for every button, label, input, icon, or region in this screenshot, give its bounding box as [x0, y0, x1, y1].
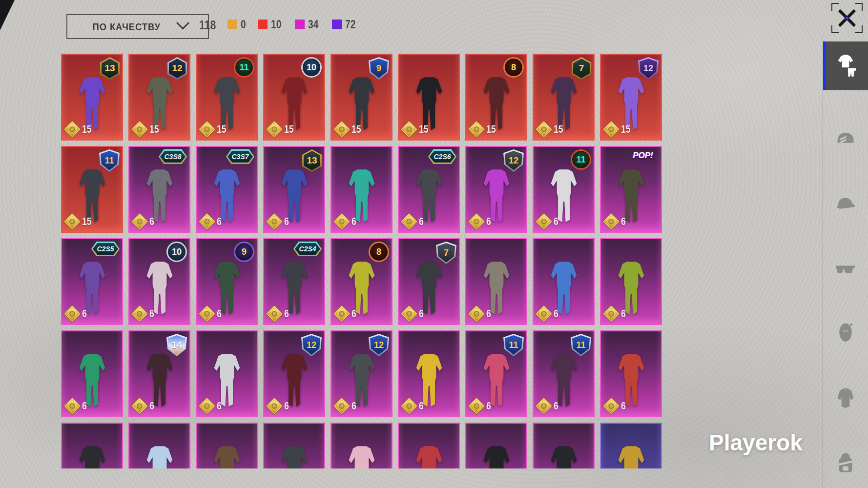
duplicate-count-value: 6 [82, 400, 87, 412]
duplicate-count: 6 [403, 215, 425, 228]
duplicate-count: 6 [537, 307, 559, 320]
item-tile[interactable]: 116 [533, 330, 595, 417]
item-tile[interactable] [263, 423, 325, 468]
close-icon-dot [846, 17, 848, 20]
item-tile[interactable]: 915 [331, 54, 393, 141]
item-tile[interactable]: C3S86 [128, 146, 190, 233]
duplicate-count: 6 [201, 400, 223, 412]
item-tile[interactable]: 715 [533, 54, 595, 141]
item-tile[interactable]: 6 [331, 146, 393, 233]
level-badge-text: 12 [374, 340, 384, 350]
duplicate-count-value: 6 [82, 307, 87, 320]
legend-count: 34 [308, 18, 318, 31]
coin-icon [333, 213, 351, 231]
item-tile[interactable]: C2S46 [263, 238, 325, 325]
item-tile[interactable] [196, 423, 258, 468]
season-badge-text: C2S6 [434, 153, 451, 161]
item-tile[interactable]: 106 [128, 238, 190, 325]
item-tile[interactable]: C2S66 [398, 146, 460, 233]
item-tile[interactable]: 6 [61, 330, 123, 417]
level-badge-text: 8 [376, 247, 381, 257]
item-tile[interactable]: 136 [263, 146, 325, 233]
item-tile[interactable]: 126 [465, 146, 527, 233]
sort-quality-dropdown[interactable]: ПО КАЧЕСТВУ [66, 14, 209, 39]
duplicate-count: 15 [403, 123, 431, 136]
legend-count: 72 [345, 18, 355, 31]
level-badge-text: 7 [579, 63, 584, 74]
sidebar-tab-outfit[interactable] [823, 41, 868, 90]
sidebar-tab-cap[interactable] [823, 180, 868, 226]
item-tile[interactable]: 6 [533, 238, 595, 325]
duplicate-count-value: 6 [351, 400, 356, 412]
sidebar-tab-mask[interactable] [823, 309, 868, 356]
level-badge-text: 14 [172, 340, 182, 350]
item-tile[interactable]: 126 [331, 330, 393, 417]
item-tile[interactable] [128, 423, 190, 468]
pop-badge-text: POP! [633, 151, 653, 161]
item-tile[interactable]: 1215 [600, 54, 662, 141]
item-tile[interactable] [465, 423, 527, 468]
legend-swatch-violet [332, 20, 342, 29]
item-tile[interactable]: 6 [398, 330, 460, 417]
sidebar-tab-glasses[interactable] [823, 244, 868, 291]
item-tile[interactable]: 6 [600, 238, 662, 325]
level-badge-text: 9 [376, 63, 381, 74]
item-tile[interactable]: 6 [465, 238, 527, 325]
item-tile[interactable]: 146 [128, 330, 190, 417]
coin-icon [63, 121, 82, 139]
item-tile[interactable]: 1115 [61, 146, 123, 233]
item-tile[interactable]: C3S76 [196, 146, 258, 233]
item-tile[interactable]: 76 [398, 238, 460, 325]
item-tile[interactable] [398, 423, 460, 468]
sidebar-tab-backpack[interactable] [823, 439, 868, 486]
coin-icon [266, 397, 284, 415]
duplicate-count-value: 6 [149, 307, 154, 320]
item-tile[interactable]: POP!6 [600, 146, 662, 233]
close-button[interactable] [831, 3, 863, 33]
quality-legend: 0103472 [227, 18, 358, 31]
level-badge-text: 11 [239, 62, 248, 73]
item-tile[interactable]: 1315 [61, 54, 123, 141]
coin-icon [333, 305, 351, 323]
coin-icon [198, 305, 216, 323]
duplicate-count-value: 6 [554, 307, 558, 320]
duplicate-count-value: 6 [621, 215, 626, 228]
item-tile[interactable] [61, 423, 123, 468]
duplicate-count: 6 [66, 307, 88, 320]
sidebar-tab-helmet[interactable] [823, 115, 868, 162]
close-bracket [831, 25, 839, 33]
playerok-watermark: Playerok [709, 429, 803, 456]
item-tile[interactable]: 116 [533, 146, 595, 233]
item-tile[interactable]: 126 [263, 330, 325, 417]
item-tile[interactable]: 1215 [128, 54, 190, 141]
duplicate-count: 6 [605, 307, 627, 320]
season-badge: C3S8 [159, 149, 187, 164]
level-badge: 10 [166, 242, 187, 262]
coin-icon [602, 397, 620, 415]
close-bracket [831, 3, 839, 11]
item-tile[interactable] [533, 423, 595, 468]
item-tile[interactable]: 1115 [196, 54, 258, 141]
item-tile[interactable]: 6 [600, 330, 662, 417]
duplicate-count-value: 6 [149, 400, 154, 412]
item-tile[interactable]: 96 [196, 238, 258, 325]
item-tile[interactable]: 116 [465, 330, 527, 417]
item-tile[interactable] [600, 423, 662, 468]
level-badge: 8 [369, 242, 389, 262]
coin-icon [602, 213, 620, 231]
item-tile[interactable]: 86 [331, 238, 393, 325]
item-tile[interactable] [331, 423, 393, 468]
item-tile[interactable]: 815 [465, 54, 527, 141]
item-tile[interactable]: 15 [398, 54, 460, 141]
duplicate-count-value: 6 [621, 307, 626, 320]
duplicate-count-value: 6 [217, 400, 222, 412]
item-tile[interactable]: 6 [196, 330, 258, 417]
duplicate-count-value: 15 [621, 123, 631, 136]
duplicate-count-value: 6 [419, 400, 424, 412]
item-tile[interactable]: 1015 [263, 54, 325, 141]
item-tile[interactable]: C2S56 [61, 238, 123, 325]
sidebar-tab-jacket[interactable] [823, 374, 868, 421]
coin-icon [468, 397, 486, 415]
legend-item-gold: 0 [227, 18, 247, 31]
mask-icon [834, 321, 857, 345]
